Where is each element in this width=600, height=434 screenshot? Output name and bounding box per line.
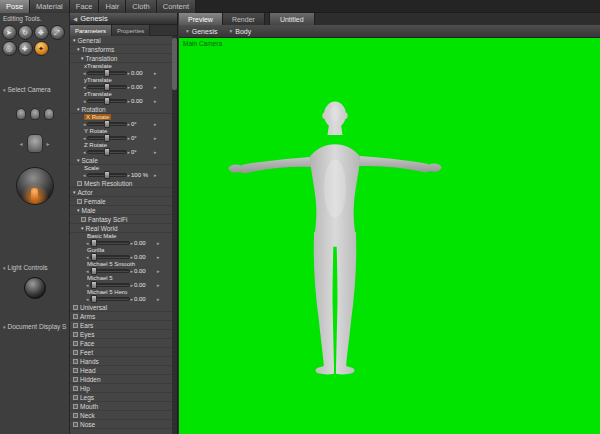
viewport-dropdown-genesis[interactable]: ▾Genesis [186,28,217,35]
slider-track[interactable] [87,99,127,103]
collapsed-box-icon[interactable] [73,377,78,382]
slider-left-arrow-icon[interactable]: ◂ [86,268,89,274]
collapsed-box-icon[interactable] [73,404,78,409]
collapsed-box-icon[interactable] [73,323,78,328]
slider-track[interactable] [90,283,130,287]
slider-nudge-icon[interactable]: ▸ [157,268,160,274]
param-group-translation[interactable]: ▾Translation [70,54,172,63]
camera-selector-widget[interactable]: ◂ ▸ [3,94,67,262]
slider-nudge-icon[interactable]: ▸ [154,172,157,178]
camera-view-head-icon[interactable] [44,108,54,120]
slider-handle[interactable] [104,171,110,179]
main-tab-pose[interactable]: Pose [0,0,30,13]
param-group-rotation[interactable]: ▾Rotation [70,105,172,114]
slider-nudge-icon[interactable]: ▸ [157,254,160,260]
genesis-figure[interactable] [179,38,600,434]
collapsed-box-icon[interactable] [73,314,78,319]
slider-handle[interactable] [91,267,97,275]
slider-handle[interactable] [104,69,110,77]
slider-left-arrow-icon[interactable]: ◂ [83,70,86,76]
slider-right-arrow-icon[interactable]: ▸ [128,172,131,178]
expanded-triangle-icon[interactable]: ▾ [81,224,84,233]
param-category-nose[interactable]: Nose [70,420,172,429]
collapsed-box-icon[interactable] [81,217,86,222]
collapsed-box-icon[interactable] [73,305,78,310]
slider-right-arrow-icon[interactable]: ▸ [128,149,131,155]
universal-tool-button[interactable]: ◎ [2,41,17,56]
expanded-triangle-icon[interactable]: ▾ [77,206,80,215]
scale-tool-button[interactable]: ⤢ [50,25,65,40]
slider-right-arrow-icon[interactable]: ▸ [128,135,131,141]
slider-right-arrow-icon[interactable]: ▸ [128,84,131,90]
collapsed-box-icon[interactable] [77,199,82,204]
collapsed-box-icon[interactable] [73,413,78,418]
parameters-tab-properties[interactable]: Properties [112,25,150,36]
slider-nudge-icon[interactable]: ▸ [154,135,157,141]
slider-right-arrow-icon[interactable]: ▸ [128,70,131,76]
slider-track[interactable] [87,85,127,89]
slider-track[interactable] [90,297,130,301]
camera-main-head-icon[interactable] [27,134,43,153]
slider-track[interactable] [90,269,130,273]
camera-rotate-left-icon[interactable]: ◂ [19,140,22,147]
slider-left-arrow-icon[interactable]: ◂ [83,121,86,127]
document-tab-untitled[interactable]: Untitled [269,13,315,25]
camera-rotate-right-icon[interactable]: ▸ [47,140,50,147]
slider-track[interactable] [87,136,127,140]
slider-left-arrow-icon[interactable]: ◂ [86,296,89,302]
main-tab-cloth[interactable]: Cloth [126,0,157,13]
light-controls-section-header[interactable]: ▾ Light Controls [0,262,69,272]
slider-right-arrow-icon[interactable]: ▸ [131,254,134,260]
slider-handle[interactable] [91,295,97,303]
slider-right-arrow-icon[interactable]: ▸ [131,240,134,246]
slider-nudge-icon[interactable]: ▸ [157,240,160,246]
slider-right-arrow-icon[interactable]: ▸ [128,98,131,104]
slider-right-arrow-icon[interactable]: ▸ [128,121,131,127]
surface-selection-tool-button[interactable]: ✚ [18,41,33,56]
parameters-scrollbar[interactable] [172,36,177,434]
viewport-tab-preview[interactable]: Preview [179,13,223,25]
collapsed-box-icon[interactable] [73,422,78,427]
slider-left-arrow-icon[interactable]: ◂ [83,172,86,178]
camera-view-head-icon[interactable] [16,108,26,120]
slider-left-arrow-icon[interactable]: ◂ [83,98,86,104]
collapsed-box-icon[interactable] [73,386,78,391]
slider-nudge-icon[interactable]: ▸ [157,296,160,302]
slider-handle[interactable] [91,253,97,261]
collapsed-box-icon[interactable] [73,341,78,346]
expanded-triangle-icon[interactable]: ▾ [77,105,80,114]
slider-handle[interactable] [91,239,97,247]
collapsed-box-icon[interactable] [73,350,78,355]
main-tab-material[interactable]: Material [30,0,70,13]
camera-view-head-icon[interactable] [30,108,40,120]
light-control-sphere[interactable] [24,277,46,299]
active-pose-tool-button[interactable]: ✦ [34,41,49,56]
slider-nudge-icon[interactable]: ▸ [154,84,157,90]
select-camera-section-header[interactable]: ▾ Select Camera [0,84,69,94]
viewport-tab-render[interactable]: Render [223,13,265,25]
document-display-section-header[interactable]: ▾ Document Display S [0,321,69,331]
main-tab-face[interactable]: Face [70,0,100,13]
viewport-dropdown-body[interactable]: ▾Body [229,28,251,35]
slider-left-arrow-icon[interactable]: ◂ [83,149,86,155]
slider-track[interactable] [87,173,127,177]
expanded-triangle-icon[interactable]: ▾ [73,188,76,197]
param-group-scale[interactable]: ▾Scale [70,156,172,165]
collapse-panel-icon[interactable]: ◀ [73,16,77,22]
slider-track[interactable] [87,150,127,154]
translate-tool-button[interactable]: ✥ [34,25,49,40]
scrollbar-thumb[interactable] [172,38,177,90]
collapsed-box-icon[interactable] [73,359,78,364]
node-selection-tool-button[interactable]: ➤ [2,25,17,40]
slider-handle[interactable] [104,120,110,128]
slider-right-arrow-icon[interactable]: ▸ [131,282,134,288]
slider-left-arrow-icon[interactable]: ◂ [86,282,89,288]
slider-handle[interactable] [104,97,110,105]
collapsed-box-icon[interactable] [73,332,78,337]
slider-track[interactable] [90,241,130,245]
slider-handle[interactable] [104,148,110,156]
slider-left-arrow-icon[interactable]: ◂ [83,135,86,141]
expanded-triangle-icon[interactable]: ▾ [77,156,80,165]
slider-left-arrow-icon[interactable]: ◂ [83,84,86,90]
expanded-triangle-icon[interactable]: ▾ [81,54,84,63]
